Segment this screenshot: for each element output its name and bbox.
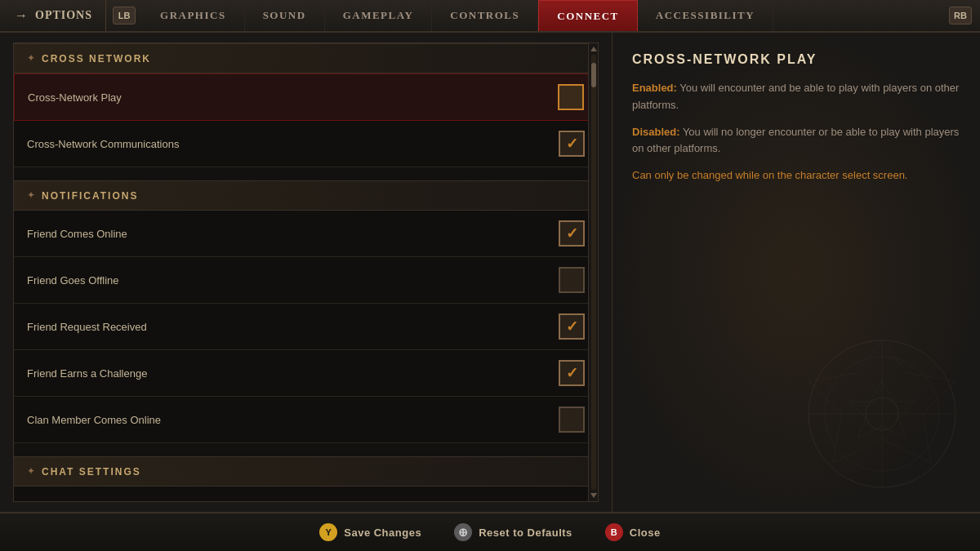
cross-network-section-header: ✦ CROSS NETWORK (14, 43, 598, 73)
friend-challenge-label: Friend Earns a Challenge (27, 367, 147, 380)
chat-opacity-row[interactable]: Chat Background Opacity 54 (14, 487, 598, 501)
disabled-label: Disabled: (632, 126, 680, 138)
scroll-content[interactable]: ✦ CROSS NETWORK Cross-Network Play Cross… (14, 43, 598, 501)
spacer-1 (14, 167, 598, 180)
detail-enabled-text: Enabled: You will encounter and be able … (632, 80, 960, 114)
friend-offline-row[interactable]: Friend Goes Offline (14, 257, 598, 304)
scroll-up-arrow[interactable] (590, 47, 597, 51)
cross-network-comms-checkbox[interactable] (559, 131, 585, 157)
friend-request-checkbox[interactable] (559, 313, 585, 340)
friend-request-row[interactable]: Friend Request Received (14, 304, 598, 350)
detail-disabled-text: Disabled: You will no longer encounter o… (632, 124, 960, 158)
decorative-emblem (800, 332, 964, 495)
save-badge: Y (319, 523, 337, 541)
right-panel: CROSS-NETWORK PLAY Enabled: You will enc… (612, 33, 980, 512)
close-badge: B (605, 523, 623, 541)
left-panel: ✦ CROSS NETWORK Cross-Network Play Cross… (0, 33, 612, 512)
tab-connect[interactable]: CONNECT (538, 0, 638, 31)
options-section: → OPTIONS (8, 0, 106, 31)
nav-bar: → OPTIONS LB GRAPHICS SOUND GAMEPLAY CON… (0, 0, 980, 33)
cross-network-play-label: Cross-Network Play (28, 91, 122, 104)
cross-network-label: CROSS NETWORK (42, 53, 151, 64)
chat-settings-icon: ✦ (27, 465, 35, 478)
scroll-track-inner (591, 55, 596, 490)
scrollbar[interactable] (588, 43, 598, 501)
bottom-bar: Y Save Changes ⊕ Reset to Defaults B Clo… (0, 512, 980, 551)
chat-settings-label: CHAT SETTINGS (42, 466, 141, 478)
disabled-description: You will no longer encounter or be able … (632, 126, 959, 155)
enabled-label: Enabled: (632, 82, 677, 94)
friend-challenge-checkbox[interactable] (559, 360, 585, 386)
scroll-thumb[interactable] (591, 63, 596, 87)
notifications-icon: ✦ (27, 189, 35, 202)
nav-arrow-icon: → (15, 8, 29, 23)
detail-content: CROSS-NETWORK PLAY Enabled: You will enc… (632, 52, 960, 184)
cross-network-icon: ✦ (27, 52, 35, 64)
tab-gameplay[interactable]: GAMEPLAY (325, 0, 433, 31)
settings-panel: ✦ CROSS NETWORK Cross-Network Play Cross… (13, 42, 599, 502)
save-label: Save Changes (344, 527, 421, 539)
friend-online-checkbox[interactable] (559, 220, 585, 247)
tab-controls[interactable]: CONTROLS (432, 0, 538, 31)
cross-network-play-row[interactable]: Cross-Network Play (14, 73, 598, 121)
clan-online-checkbox[interactable] (559, 407, 585, 433)
rb-badge[interactable]: RB (949, 7, 972, 24)
notifications-section-header: ✦ NOTIFICATIONS (14, 180, 598, 211)
chat-opacity-slider-container: 54 (400, 500, 585, 501)
tab-graphics[interactable]: GRAPHICS (142, 0, 245, 31)
chat-opacity-value: 54 (400, 500, 423, 501)
clan-online-row[interactable]: Clan Member Comes Online (14, 397, 598, 443)
enabled-description: You will encounter and be able to play w… (632, 82, 959, 111)
save-button[interactable]: Y Save Changes (319, 523, 421, 541)
friend-request-label: Friend Request Received (27, 321, 147, 333)
chat-settings-section-header: ✦ CHAT SETTINGS (14, 456, 598, 487)
detail-note: Can only be changed while on the charact… (632, 167, 960, 184)
lb-badge[interactable]: LB (113, 7, 136, 24)
notifications-label: NOTIFICATIONS (42, 190, 138, 202)
friend-offline-checkbox[interactable] (559, 267, 585, 293)
nav-tabs: GRAPHICS SOUND GAMEPLAY CONTROLS CONNECT… (142, 0, 942, 31)
tab-accessibility[interactable]: ACCESSIBILITY (638, 0, 773, 31)
options-label: OPTIONS (35, 9, 92, 22)
reset-button[interactable]: ⊕ Reset to Defaults (454, 523, 572, 541)
friend-offline-label: Friend Goes Offline (27, 274, 118, 287)
chat-opacity-label: Chat Background Opacity (27, 500, 148, 501)
close-label: Close (630, 527, 661, 539)
friend-online-label: Friend Comes Online (27, 228, 127, 240)
detail-title: CROSS-NETWORK PLAY (632, 52, 960, 67)
friend-online-row[interactable]: Friend Comes Online (14, 211, 598, 257)
tab-sound[interactable]: SOUND (245, 0, 325, 31)
scroll-down-arrow[interactable] (590, 493, 597, 498)
reset-badge: ⊕ (454, 523, 472, 541)
cross-network-comms-label: Cross-Network Communications (27, 138, 179, 150)
main-content: ✦ CROSS NETWORK Cross-Network Play Cross… (0, 33, 980, 512)
clan-online-label: Clan Member Comes Online (27, 414, 161, 426)
reset-label: Reset to Defaults (479, 527, 572, 539)
cross-network-play-checkbox[interactable] (558, 84, 584, 110)
close-button[interactable]: B Close (605, 523, 661, 541)
friend-challenge-row[interactable]: Friend Earns a Challenge (14, 350, 598, 397)
cross-network-comms-row[interactable]: Cross-Network Communications (14, 121, 598, 167)
spacer-2 (14, 443, 598, 456)
